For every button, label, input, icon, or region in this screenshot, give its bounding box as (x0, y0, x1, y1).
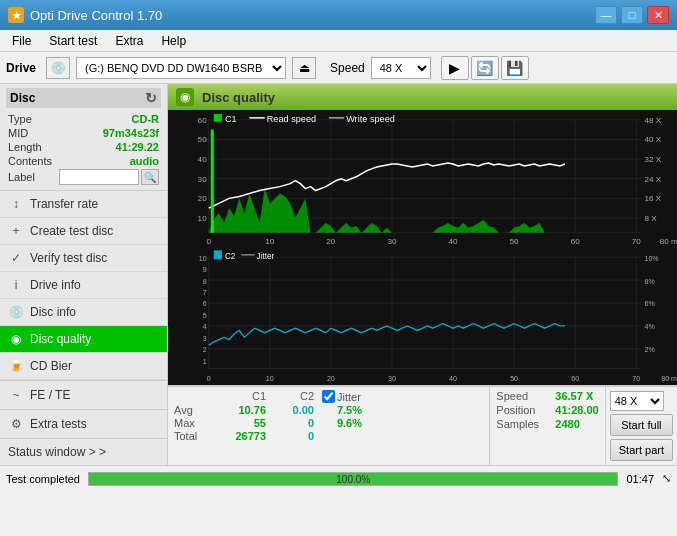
position-stat-value: 41:28.00 (555, 404, 598, 416)
avg-c1: 10.76 (218, 404, 266, 416)
svg-text:7: 7 (203, 287, 207, 297)
svg-text:24 X: 24 X (644, 175, 661, 184)
samples-stat-label: Samples (496, 418, 551, 430)
total-c1: 26773 (218, 430, 266, 442)
svg-text:80 min: 80 min (660, 237, 677, 246)
c1-header: C1 (218, 390, 266, 403)
sidebar-label-disc-quality: Disc quality (30, 332, 91, 346)
svg-text:40: 40 (198, 155, 208, 164)
sidebar-item-create-test-disc[interactable]: + Create test disc (0, 218, 167, 245)
disc-quality-header: ◉ Disc quality (168, 84, 677, 110)
disc-quality-header-icon: ◉ (176, 88, 194, 106)
sidebar-item-drive-info[interactable]: i Drive info (0, 272, 167, 299)
status-size-icon: ⤡ (662, 472, 671, 485)
extra-tests-icon: ⚙ (8, 416, 24, 432)
max-jitter: 9.6% (322, 417, 362, 429)
sidebar: Disc ↻ Type CD-R MID 97m34s23f Length 41… (0, 84, 168, 465)
disc-header: Disc ↻ (6, 88, 161, 108)
action-btn-1[interactable]: ▶ (441, 56, 469, 80)
avg-c2: 0.00 (274, 404, 314, 416)
svg-text:Write speed: Write speed (346, 114, 395, 124)
avg-label: Avg (174, 404, 210, 416)
sidebar-item-cd-bier[interactable]: 🍺 CD Bier (0, 353, 167, 380)
max-c1: 55 (218, 417, 266, 429)
action-btn-3[interactable]: 💾 (501, 56, 529, 80)
sidebar-item-disc-info[interactable]: 💿 Disc info (0, 299, 167, 326)
drive-eject-icon[interactable]: ⏏ (292, 57, 316, 79)
sidebar-label-create-test-disc: Create test disc (30, 224, 113, 238)
svg-text:9: 9 (203, 264, 207, 274)
drive-select[interactable]: (G:) BENQ DVD DD DW1640 BSRB (76, 57, 286, 79)
close-button[interactable]: ✕ (647, 6, 669, 24)
speed-select[interactable]: 48 X (371, 57, 431, 79)
svg-text:50: 50 (510, 373, 518, 383)
sidebar-label-extra-tests: Extra tests (30, 417, 87, 431)
disc-mid-key: MID (8, 127, 28, 139)
svg-text:2: 2 (203, 344, 207, 354)
menu-bar: File Start test Extra Help (0, 30, 677, 52)
svg-text:60: 60 (571, 373, 579, 383)
svg-text:20: 20 (198, 194, 208, 203)
svg-text:60: 60 (571, 237, 581, 246)
max-c2: 0 (274, 417, 314, 429)
drive-bar: Drive 💿 (G:) BENQ DVD DD DW1640 BSRB ⏏ S… (0, 52, 677, 84)
maximize-button[interactable]: □ (621, 6, 643, 24)
transfer-rate-icon: ↕ (8, 196, 24, 212)
svg-text:6%: 6% (644, 299, 655, 309)
minimize-button[interactable]: — (595, 6, 617, 24)
jitter-checkbox[interactable] (322, 390, 335, 403)
disc-mid-row: MID 97m34s23f (6, 126, 161, 140)
progress-label: 100.0% (336, 473, 370, 487)
app-icon: ★ (8, 7, 24, 23)
stats-speed-select[interactable]: 48 X (610, 391, 664, 411)
speed-label: Speed (330, 61, 365, 75)
sidebar-item-fe-te[interactable]: ~ FE / TE (0, 381, 167, 410)
total-c2: 0 (274, 430, 314, 442)
max-label: Max (174, 417, 210, 429)
svg-text:2%: 2% (644, 344, 655, 354)
start-part-button[interactable]: Start part (610, 439, 673, 461)
disc-type-val: CD-R (132, 113, 160, 125)
sidebar-label-transfer-rate: Transfer rate (30, 197, 98, 211)
bottom-stats-section: C1 C2 Jitter Avg 10.76 0.00 (168, 385, 677, 465)
svg-text:60: 60 (198, 116, 208, 125)
svg-text:30: 30 (387, 237, 397, 246)
svg-text:10%: 10% (644, 253, 658, 263)
svg-text:4: 4 (203, 321, 207, 331)
disc-label-key: Label (8, 171, 35, 183)
menu-start-test[interactable]: Start test (41, 32, 105, 50)
sidebar-item-disc-quality[interactable]: ◉ Disc quality (0, 326, 167, 353)
disc-contents-val: audio (130, 155, 159, 167)
start-full-button[interactable]: Start full (610, 414, 673, 436)
disc-label-input[interactable] (59, 169, 139, 185)
sidebar-label-verify-test-disc: Verify test disc (30, 251, 107, 265)
status-window-button[interactable]: Status window > > (0, 439, 167, 465)
menu-file[interactable]: File (4, 32, 39, 50)
create-test-disc-icon: + (8, 223, 24, 239)
disc-length-key: Length (8, 141, 42, 153)
sidebar-item-transfer-rate[interactable]: ↕ Transfer rate (0, 191, 167, 218)
svg-text:0: 0 (206, 237, 211, 246)
drive-icon[interactable]: 💿 (46, 57, 70, 79)
svg-text:8%: 8% (644, 276, 655, 286)
svg-text:20: 20 (326, 237, 336, 246)
status-bar: Test completed 100.0% 01:47 ⤡ (0, 465, 677, 491)
svg-text:40: 40 (449, 237, 459, 246)
action-btn-2[interactable]: 🔄 (471, 56, 499, 80)
speed-stat-value: 36.57 X (555, 390, 593, 402)
svg-text:20: 20 (327, 373, 335, 383)
disc-label-row: Label 🔍 (6, 168, 161, 186)
menu-help[interactable]: Help (153, 32, 194, 50)
sidebar-label-disc-info: Disc info (30, 305, 76, 319)
svg-text:16 X: 16 X (644, 194, 661, 203)
disc-refresh-icon[interactable]: ↻ (145, 90, 157, 106)
total-label: Total (174, 430, 210, 442)
drive-info-icon: i (8, 277, 24, 293)
disc-mid-val: 97m34s23f (103, 127, 159, 139)
menu-extra[interactable]: Extra (107, 32, 151, 50)
sidebar-item-verify-test-disc[interactable]: ✓ Verify test disc (0, 245, 167, 272)
sidebar-item-extra-tests[interactable]: ⚙ Extra tests (0, 410, 167, 439)
status-time: 01:47 (626, 473, 654, 485)
svg-text:10: 10 (266, 373, 274, 383)
disc-label-search-icon[interactable]: 🔍 (141, 169, 159, 185)
